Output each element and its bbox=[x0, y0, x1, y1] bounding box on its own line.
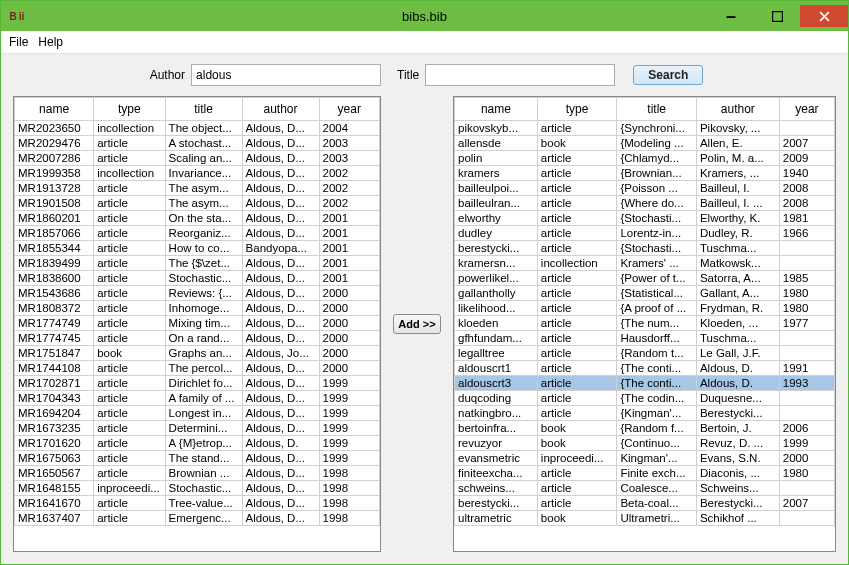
menu-file[interactable]: File bbox=[9, 35, 28, 49]
table-row[interactable]: revuzyorbook{Continuo...Revuz, D. ...199… bbox=[455, 436, 835, 451]
table-row[interactable]: dudleyarticleLorentz-in...Dudley, R.1966 bbox=[455, 226, 835, 241]
table-row[interactable]: ultrametricbookUltrametri...Schikhof ... bbox=[455, 511, 835, 526]
table-row[interactable]: MR1839499articleThe {$\zet...Aldous, D..… bbox=[15, 256, 380, 271]
table-row[interactable]: polinarticle{Chlamyd...Polin, M. a...200… bbox=[455, 151, 835, 166]
title-input[interactable] bbox=[425, 64, 615, 86]
table-row[interactable]: MR2029476articleA stochast...Aldous, D..… bbox=[15, 136, 380, 151]
cell-name: likelihood... bbox=[455, 301, 538, 316]
table-row[interactable]: MR1913728articleThe asym...Aldous, D...2… bbox=[15, 181, 380, 196]
col-name[interactable]: name bbox=[455, 98, 538, 121]
cell-type: article bbox=[94, 496, 165, 511]
menu-help[interactable]: Help bbox=[38, 35, 63, 49]
cell-type: article bbox=[537, 481, 617, 496]
table-row[interactable]: MR1751847bookGraphs an...Aldous, Jo...20… bbox=[15, 346, 380, 361]
cell-author: Aldous, D... bbox=[242, 196, 319, 211]
table-row[interactable]: kloedenarticle{The num...Kloeden, ...197… bbox=[455, 316, 835, 331]
add-button[interactable]: Add >> bbox=[393, 314, 440, 334]
table-row[interactable]: MR1702871articleDirichlet fo...Aldous, D… bbox=[15, 376, 380, 391]
table-row[interactable]: MR1860201articleOn the sta...Aldous, D..… bbox=[15, 211, 380, 226]
table-row[interactable]: bailleulran...article{Where do...Bailleu… bbox=[455, 196, 835, 211]
close-button[interactable] bbox=[800, 5, 848, 27]
cell-year: 1998 bbox=[319, 481, 379, 496]
maximize-button[interactable] bbox=[754, 5, 800, 27]
search-button[interactable]: Search bbox=[633, 65, 703, 85]
right-scroll[interactable]: name type title author year pikovskyb...… bbox=[454, 97, 835, 551]
table-row[interactable]: MR1673235articleDetermini...Aldous, D...… bbox=[15, 421, 380, 436]
col-title[interactable]: title bbox=[617, 98, 697, 121]
window-controls: – bbox=[708, 5, 848, 27]
table-row[interactable]: berestycki...articleBeta-coal...Berestyc… bbox=[455, 496, 835, 511]
left-scroll[interactable]: name type title author year MR2023650inc… bbox=[14, 97, 380, 551]
table-row[interactable]: elworthyarticle{Stochasti...Elworthy, K.… bbox=[455, 211, 835, 226]
cell-type: book bbox=[537, 436, 617, 451]
table-row[interactable]: bertoinfra...book{Random f...Bertoin, J.… bbox=[455, 421, 835, 436]
cell-title: The asym... bbox=[165, 181, 242, 196]
table-row[interactable]: MR1701620articleA {M}etrop...Aldous, D.1… bbox=[15, 436, 380, 451]
cell-year: 2002 bbox=[319, 166, 379, 181]
cell-type: article bbox=[94, 406, 165, 421]
table-row[interactable]: kramersarticle{Brownian...Kramers, ...19… bbox=[455, 166, 835, 181]
table-row[interactable]: MR1857066articleReorganiz...Aldous, D...… bbox=[15, 226, 380, 241]
cell-author: Berestycki... bbox=[696, 496, 779, 511]
cell-name: MR1808372 bbox=[15, 301, 94, 316]
table-row[interactable]: MR1774749articleMixing tim...Aldous, D..… bbox=[15, 316, 380, 331]
cell-year: 1993 bbox=[779, 376, 834, 391]
table-row[interactable]: MR1744108articleThe percol...Aldous, D..… bbox=[15, 361, 380, 376]
table-row[interactable]: MR1694204articleLongest in...Aldous, D..… bbox=[15, 406, 380, 421]
cell-title: {The conti... bbox=[617, 361, 697, 376]
table-row[interactable]: finiteexcha...articleFinite exch...Diaco… bbox=[455, 466, 835, 481]
minimize-button[interactable]: – bbox=[708, 5, 754, 31]
table-row[interactable]: MR1774745articleOn a rand...Aldous, D...… bbox=[15, 331, 380, 346]
col-author[interactable]: author bbox=[242, 98, 319, 121]
table-row[interactable]: MR1838600articleStochastic...Aldous, D..… bbox=[15, 271, 380, 286]
cell-author: Aldous, D... bbox=[242, 121, 319, 136]
cell-author: Aldous, D. bbox=[242, 436, 319, 451]
table-row[interactable]: aldouscrt1article{The conti...Aldous, D.… bbox=[455, 361, 835, 376]
col-author[interactable]: author bbox=[696, 98, 779, 121]
col-type[interactable]: type bbox=[94, 98, 165, 121]
table-row[interactable]: MR2007286articleScaling an...Aldous, D..… bbox=[15, 151, 380, 166]
table-row[interactable]: pikovskyb...article{Synchroni...Pikovsky… bbox=[455, 121, 835, 136]
author-input[interactable] bbox=[191, 64, 381, 86]
table-row[interactable]: likelihood...article{A proof of ...Frydm… bbox=[455, 301, 835, 316]
table-row[interactable]: MR1808372articleInhomoge...Aldous, D...2… bbox=[15, 301, 380, 316]
table-row[interactable]: natkingbro...article{Kingman'...Berestyc… bbox=[455, 406, 835, 421]
table-row[interactable]: gallanthollyarticle{Statistical...Gallan… bbox=[455, 286, 835, 301]
table-row[interactable]: MR1999358incollectionInvariance...Aldous… bbox=[15, 166, 380, 181]
table-row[interactable]: MR1543686articleReviews: {...Aldous, D..… bbox=[15, 286, 380, 301]
table-row[interactable]: kramersn...incollectionKramers' ...Matko… bbox=[455, 256, 835, 271]
table-row[interactable]: MR1901508articleThe asym...Aldous, D...2… bbox=[15, 196, 380, 211]
table-row[interactable]: aldouscrt3article{The conti...Aldous, D.… bbox=[455, 376, 835, 391]
table-row[interactable]: MR1650567articleBrownian ...Aldous, D...… bbox=[15, 466, 380, 481]
table-row[interactable]: bailleulpoi...article{Poisson ...Bailleu… bbox=[455, 181, 835, 196]
cell-year bbox=[779, 481, 834, 496]
cell-name: pikovskyb... bbox=[455, 121, 538, 136]
table-row[interactable]: gfhfundam...articleHausdorff...Tuschma..… bbox=[455, 331, 835, 346]
table-row[interactable]: MR1704343articleA family of ...Aldous, D… bbox=[15, 391, 380, 406]
col-name[interactable]: name bbox=[15, 98, 94, 121]
table-row[interactable]: evansmetricinproceedi...Kingman'...Evans… bbox=[455, 451, 835, 466]
table-row[interactable]: powerlikel...article{Power of t...Satorr… bbox=[455, 271, 835, 286]
table-row[interactable]: MR2023650incollectionThe object...Aldous… bbox=[15, 121, 380, 136]
table-row[interactable]: legalltreearticle{Random t...Le Gall, J.… bbox=[455, 346, 835, 361]
col-type[interactable]: type bbox=[537, 98, 617, 121]
table-row[interactable]: MR1637407articleEmergenc...Aldous, D...1… bbox=[15, 511, 380, 526]
cell-title: {Stochasti... bbox=[617, 241, 697, 256]
cell-year: 2007 bbox=[779, 136, 834, 151]
table-row[interactable]: MR1641670articleTree-value...Aldous, D..… bbox=[15, 496, 380, 511]
table-row[interactable]: MR1675063articleThe stand...Aldous, D...… bbox=[15, 451, 380, 466]
table-row[interactable]: MR1648155inproceedi...Stochastic...Aldou… bbox=[15, 481, 380, 496]
table-row[interactable]: schweins...articleCoalesce...Schweins... bbox=[455, 481, 835, 496]
cell-type: article bbox=[94, 331, 165, 346]
cell-year: 1980 bbox=[779, 466, 834, 481]
middle-pane: Add >> bbox=[387, 96, 447, 552]
cell-title: Lorentz-in... bbox=[617, 226, 697, 241]
table-row[interactable]: duqcodingarticle{The codin...Duquesne... bbox=[455, 391, 835, 406]
col-title[interactable]: title bbox=[165, 98, 242, 121]
col-year[interactable]: year bbox=[319, 98, 379, 121]
cell-author: Aldous, D... bbox=[242, 496, 319, 511]
table-row[interactable]: allensdebook{Modeling ...Allen, E.2007 bbox=[455, 136, 835, 151]
col-year[interactable]: year bbox=[779, 98, 834, 121]
table-row[interactable]: berestycki...article{Stochasti...Tuschma… bbox=[455, 241, 835, 256]
table-row[interactable]: MR1855344articleHow to co...Bandyopa...2… bbox=[15, 241, 380, 256]
